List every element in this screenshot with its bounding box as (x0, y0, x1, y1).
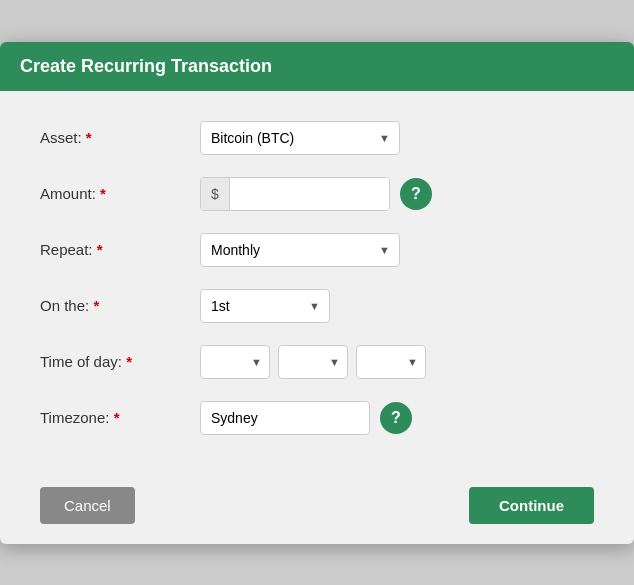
on-the-select[interactable]: 1st 2nd3rd4th5th 6th7th8th9th 10th11th12… (200, 289, 330, 323)
hour-select-wrapper: 12123 4567 891011 (200, 345, 270, 379)
asset-control: Bitcoin (BTC) Ethereum (ETH) Litecoin (L… (200, 121, 594, 155)
amount-help-button[interactable]: ? (400, 178, 432, 210)
asset-label: Asset: * (40, 129, 200, 146)
on-the-select-wrapper: 1st 2nd3rd4th5th 6th7th8th9th 10th11th12… (200, 289, 330, 323)
create-recurring-transaction-dialog: Create Recurring Transaction Asset: * Bi… (0, 42, 634, 544)
ampm-select-wrapper: AMPM (356, 345, 426, 379)
on-the-required: * (93, 297, 99, 314)
asset-select[interactable]: Bitcoin (BTC) Ethereum (ETH) Litecoin (L… (200, 121, 400, 155)
on-the-row: On the: * 1st 2nd3rd4th5th 6th7th8th9th … (40, 289, 594, 323)
amount-label: Amount: * (40, 185, 200, 202)
repeat-row: Repeat: * Daily Weekly Monthly Yearly (40, 233, 594, 267)
time-of-day-row: Time of day: * 12123 4567 891011 (40, 345, 594, 379)
minute-select[interactable]: 00051015 20253035 40455055 (278, 345, 348, 379)
hour-select[interactable]: 12123 4567 891011 (200, 345, 270, 379)
continue-button[interactable]: Continue (469, 487, 594, 524)
asset-select-wrapper: Bitcoin (BTC) Ethereum (ETH) Litecoin (L… (200, 121, 400, 155)
minute-select-wrapper: 00051015 20253035 40455055 (278, 345, 348, 379)
amount-wrapper: $ (200, 177, 390, 211)
time-selects: 12123 4567 891011 00051015 20253035 4045… (200, 345, 426, 379)
timezone-help-button[interactable]: ? (380, 402, 412, 434)
timezone-row: Timezone: * ? (40, 401, 594, 435)
amount-input[interactable] (230, 178, 389, 210)
repeat-control: Daily Weekly Monthly Yearly (200, 233, 594, 267)
timezone-label: Timezone: * (40, 409, 200, 426)
asset-required: * (86, 129, 92, 146)
dialog-title: Create Recurring Transaction (20, 56, 272, 76)
amount-row: Amount: * $ ? (40, 177, 594, 211)
asset-row: Asset: * Bitcoin (BTC) Ethereum (ETH) Li… (40, 121, 594, 155)
amount-required: * (100, 185, 106, 202)
on-the-control: 1st 2nd3rd4th5th 6th7th8th9th 10th11th12… (200, 289, 594, 323)
time-required: * (126, 353, 132, 370)
repeat-label: Repeat: * (40, 241, 200, 258)
repeat-required: * (97, 241, 103, 258)
cancel-button[interactable]: Cancel (40, 487, 135, 524)
time-control: 12123 4567 891011 00051015 20253035 4045… (200, 345, 594, 379)
timezone-input[interactable] (200, 401, 370, 435)
dollar-sign: $ (201, 178, 230, 210)
repeat-select[interactable]: Daily Weekly Monthly Yearly (200, 233, 400, 267)
dialog-footer: Cancel Continue (0, 477, 634, 544)
ampm-select[interactable]: AMPM (356, 345, 426, 379)
amount-control: $ ? (200, 177, 594, 211)
timezone-control: ? (200, 401, 594, 435)
time-label: Time of day: * (40, 353, 200, 370)
timezone-required: * (114, 409, 120, 426)
dialog-header: Create Recurring Transaction (0, 42, 634, 91)
dialog-body: Asset: * Bitcoin (BTC) Ethereum (ETH) Li… (0, 91, 634, 477)
on-the-label: On the: * (40, 297, 200, 314)
repeat-select-wrapper: Daily Weekly Monthly Yearly (200, 233, 400, 267)
